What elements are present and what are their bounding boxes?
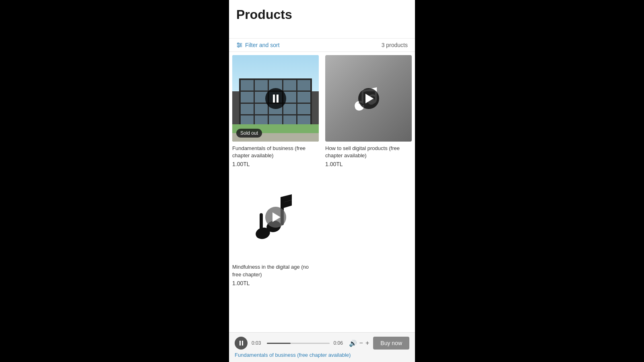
product-name-1: Fundamentals of business (free chapter a… xyxy=(232,145,319,159)
player-pause-icon xyxy=(239,341,243,346)
filter-icon xyxy=(236,42,243,48)
play-button-2[interactable] xyxy=(358,88,379,109)
time-total: 0:06 xyxy=(334,340,345,346)
svg-point-3 xyxy=(237,43,239,44)
sold-out-badge-1: Sold out xyxy=(236,129,262,138)
pause-button-1[interactable] xyxy=(265,88,286,109)
player-pause-button[interactable] xyxy=(235,337,248,350)
product-card-2[interactable]: How to sell digital products (free chapt… xyxy=(322,52,415,171)
filter-sort-label: Filter and sort xyxy=(245,42,280,48)
product-thumbnail-2[interactable] xyxy=(325,55,412,142)
pause-icon-1 xyxy=(273,95,279,103)
products-panel: Products Filter and sort 3 products xyxy=(229,0,415,362)
filter-bar: Filter and sort 3 products xyxy=(229,38,415,52)
product-thumbnail-1[interactable]: Sold out xyxy=(232,55,319,142)
filter-sort-button[interactable]: Filter and sort xyxy=(236,42,280,48)
product-name-2: How to sell digital products (free chapt… xyxy=(325,145,412,159)
buy-now-button[interactable]: Buy now xyxy=(373,337,409,350)
product-grid: Sold out Fundamentals of business (free … xyxy=(229,52,415,290)
play-icon-2 xyxy=(365,94,374,103)
page-title: Products xyxy=(236,7,408,22)
progress-bar[interactable] xyxy=(267,343,330,344)
product-card-1[interactable]: Sold out Fundamentals of business (free … xyxy=(229,52,322,171)
product-card-3[interactable]: Mindfulness in the digital age (no free … xyxy=(229,171,322,289)
product-thumbnail-3[interactable] xyxy=(232,174,319,260)
product-price-2: 1.00TL xyxy=(325,161,412,167)
volume-down-button[interactable]: − xyxy=(359,340,363,346)
player-controls: 0:03 0:06 🔊 − + Buy now xyxy=(235,337,409,350)
product-price-1: 1.00TL xyxy=(232,161,319,167)
player-track-name: Fundamentals of business (free chapter a… xyxy=(235,352,409,358)
audio-player: 0:03 0:06 🔊 − + Buy now Fundamentals of … xyxy=(229,332,415,362)
play-button-3[interactable] xyxy=(265,207,286,228)
volume-icon: 🔊 xyxy=(349,339,357,347)
svg-point-4 xyxy=(240,44,241,45)
play-icon-3 xyxy=(272,212,281,222)
product-count: 3 products xyxy=(382,42,408,48)
product-name-3: Mindfulness in the digital age (no free … xyxy=(232,263,319,278)
progress-fill xyxy=(267,343,291,344)
page-header: Products xyxy=(229,0,415,38)
volume-controls: 🔊 − + xyxy=(349,339,369,347)
svg-rect-12 xyxy=(260,213,263,235)
product-price-3: 1.00TL xyxy=(232,280,319,286)
time-current: 0:03 xyxy=(252,340,263,346)
volume-up-button[interactable]: + xyxy=(365,340,369,346)
svg-point-5 xyxy=(238,46,239,47)
